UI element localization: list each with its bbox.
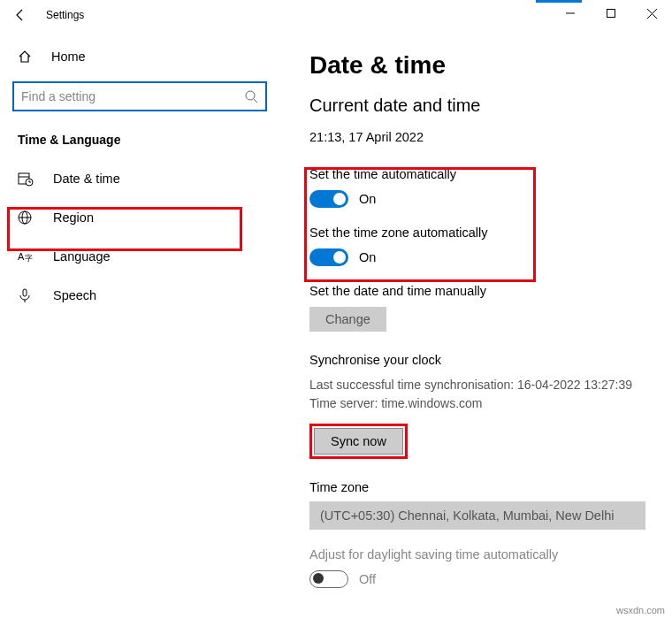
search-input[interactable] [21, 89, 233, 103]
dst-state: Off [359, 572, 376, 586]
auto-tz-label: Set the time zone automatically [309, 225, 645, 240]
nav-label: Date & time [53, 172, 120, 186]
back-button[interactable] [11, 5, 30, 25]
manual-label: Set the date and time manually [309, 284, 645, 298]
auto-time-label: Set the time automatically [309, 167, 645, 181]
dst-label: Adjust for daylight saving time automati… [309, 547, 645, 562]
auto-time-state: On [359, 192, 376, 206]
close-button[interactable] [631, 0, 672, 27]
nav-label: Language [53, 249, 111, 264]
sync-now-button[interactable]: Sync now [314, 428, 403, 455]
change-button[interactable]: Change [309, 307, 386, 332]
search-box[interactable] [12, 81, 267, 111]
nav-speech[interactable]: Speech [0, 276, 283, 315]
auto-tz-toggle[interactable] [309, 248, 348, 266]
content-pane: Date & time Current date and time 21:13,… [283, 30, 672, 619]
home-nav[interactable]: Home [0, 41, 283, 73]
svg-line-5 [254, 99, 257, 103]
sync-server: Time server: time.windows.com [309, 394, 645, 413]
globe-icon [18, 210, 35, 225]
nav-date-time[interactable]: Date & time [0, 159, 283, 198]
nav-label: Region [53, 210, 94, 225]
home-icon [18, 50, 34, 64]
timezone-select[interactable]: (UTC+05:30) Chennai, Kolkata, Mumbai, Ne… [309, 501, 645, 530]
search-icon [244, 89, 258, 103]
nav-region[interactable]: Region [0, 198, 283, 237]
section-subtitle: Current date and time [309, 96, 645, 116]
svg-rect-1 [607, 10, 615, 18]
microphone-icon [18, 288, 35, 302]
svg-rect-16 [23, 289, 27, 296]
tz-heading: Time zone [309, 480, 645, 494]
current-datetime: 21:13, 17 April 2022 [309, 130, 645, 144]
home-label: Home [51, 50, 86, 64]
titlebar: Settings [0, 0, 672, 30]
nav-label: Speech [53, 288, 96, 302]
category-header: Time & Language [0, 111, 283, 159]
window-title: Settings [46, 9, 84, 21]
sidebar: Home Time & Language Date & time Region … [0, 30, 283, 619]
svg-point-4 [246, 91, 255, 100]
dst-toggle [309, 570, 348, 588]
sync-heading: Synchronise your clock [309, 353, 645, 367]
highlight-box-sync: Sync now [309, 424, 408, 459]
watermark: wsxdn.com [616, 605, 665, 615]
auto-time-toggle[interactable] [309, 190, 348, 208]
window-controls [550, 0, 672, 27]
svg-text:A: A [18, 251, 25, 262]
svg-text:字: 字 [25, 254, 33, 263]
page-title: Date & time [309, 51, 645, 80]
sync-last: Last successful time synchronisation: 16… [309, 376, 645, 394]
auto-tz-state: On [359, 250, 376, 264]
nav-language[interactable]: A字 Language [0, 237, 283, 276]
maximize-button[interactable] [591, 0, 631, 27]
language-icon: A字 [18, 249, 35, 264]
calendar-clock-icon [18, 171, 35, 187]
minimize-button[interactable] [550, 0, 591, 27]
